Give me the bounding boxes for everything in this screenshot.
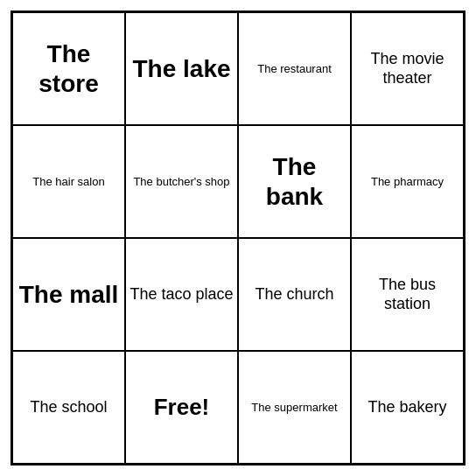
cell-c16: The bakery	[351, 351, 464, 464]
cell-c10: The taco place	[125, 238, 238, 351]
cell-c8: The pharmacy	[351, 125, 464, 238]
cell-c9: The mall	[12, 238, 125, 351]
cell-c13: The school	[12, 351, 125, 464]
cell-c12: The bus station	[351, 238, 464, 351]
cell-c2: The lake	[125, 12, 238, 125]
cell-c4: The movie theater	[351, 12, 464, 125]
cell-c14: Free!	[125, 351, 238, 464]
cell-c3: The restaurant	[238, 12, 351, 125]
cell-c11: The church	[238, 238, 351, 351]
cell-c15: The supermarket	[238, 351, 351, 464]
cell-c1: The store	[12, 12, 125, 125]
cell-c7: The bank	[238, 125, 351, 238]
bingo-board: The storeThe lakeThe restaurantThe movie…	[10, 10, 466, 466]
cell-c6: The butcher's shop	[125, 125, 238, 238]
cell-c5: The hair salon	[12, 125, 125, 238]
